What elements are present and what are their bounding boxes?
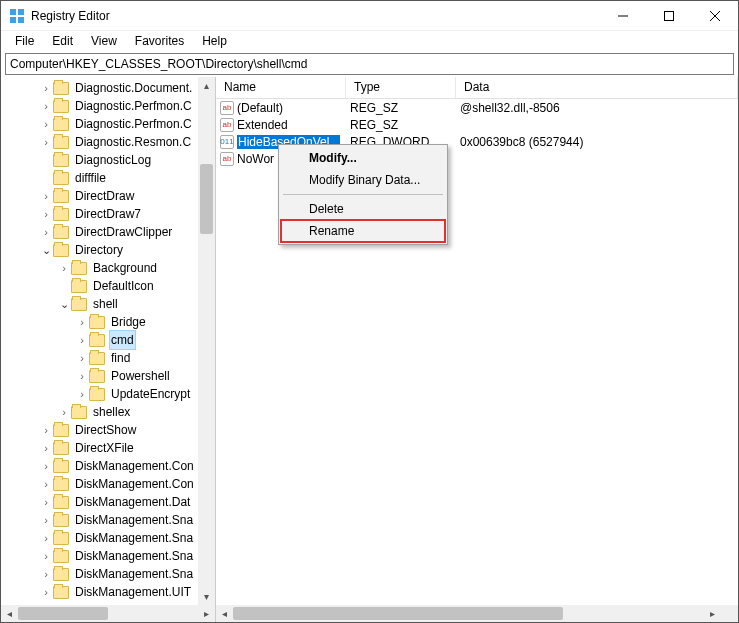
- tree-item[interactable]: ›DirectXFile: [1, 439, 215, 457]
- scroll-left-icon[interactable]: ◂: [216, 605, 233, 622]
- menu-file[interactable]: File: [7, 33, 42, 49]
- tree-item-label: DiskManagement.Con: [73, 457, 196, 475]
- tree-horizontal-scrollbar[interactable]: ◂ ▸: [1, 605, 215, 622]
- chevron-down-icon[interactable]: ⌄: [39, 241, 53, 259]
- scroll-right-icon[interactable]: ▸: [198, 605, 215, 622]
- tree-item[interactable]: DiagnosticLog: [1, 151, 215, 169]
- scroll-right-icon[interactable]: ▸: [704, 605, 721, 622]
- scroll-thumb[interactable]: [233, 607, 563, 620]
- tree-item[interactable]: ›DiskManagement.Sna: [1, 565, 215, 583]
- chevron-right-icon[interactable]: ›: [57, 259, 71, 277]
- folder-icon: [53, 424, 69, 437]
- tree-item[interactable]: ⌄Directory: [1, 241, 215, 259]
- folder-icon: [53, 550, 69, 563]
- tree-item[interactable]: ›DiskManagement.Con: [1, 457, 215, 475]
- tree-item-label: DiskManagement.Sna: [73, 511, 195, 529]
- scroll-up-icon[interactable]: ▴: [198, 77, 215, 94]
- tree-item[interactable]: ›DiskManagement.Dat: [1, 493, 215, 511]
- chevron-down-icon[interactable]: ⌄: [57, 295, 71, 313]
- chevron-right-icon[interactable]: ›: [39, 547, 53, 565]
- chevron-right-icon[interactable]: ›: [39, 493, 53, 511]
- column-type[interactable]: Type: [346, 77, 456, 98]
- address-bar[interactable]: Computer\HKEY_CLASSES_ROOT\Directory\she…: [5, 53, 734, 75]
- chevron-right-icon[interactable]: ›: [75, 349, 89, 367]
- minimize-button[interactable]: [600, 1, 646, 30]
- chevron-right-icon[interactable]: ›: [39, 421, 53, 439]
- maximize-button[interactable]: [646, 1, 692, 30]
- registry-tree[interactable]: ›Diagnostic.Document.›Diagnostic.Perfmon…: [1, 77, 215, 603]
- tree-item[interactable]: ›Bridge: [1, 313, 215, 331]
- scroll-thumb[interactable]: [18, 607, 108, 620]
- tree-item[interactable]: ›Diagnostic.Perfmon.C: [1, 115, 215, 133]
- tree-item-label: UpdateEncrypt: [109, 385, 192, 403]
- column-name[interactable]: Name: [216, 77, 346, 98]
- tree-item[interactable]: ›UpdateEncrypt: [1, 385, 215, 403]
- tree-item[interactable]: difffile: [1, 169, 215, 187]
- tree-vertical-scrollbar[interactable]: ▴ ▾: [198, 77, 215, 605]
- tree-item[interactable]: ›Powershell: [1, 367, 215, 385]
- tree-item[interactable]: ⌄shell: [1, 295, 215, 313]
- folder-icon: [89, 334, 105, 347]
- menu-edit[interactable]: Edit: [44, 33, 81, 49]
- chevron-right-icon[interactable]: ›: [39, 79, 53, 97]
- chevron-right-icon[interactable]: ›: [39, 187, 53, 205]
- scroll-thumb[interactable]: [200, 164, 213, 234]
- ctx-rename[interactable]: Rename: [281, 220, 445, 242]
- tree-item[interactable]: ›cmd: [1, 331, 215, 349]
- chevron-right-icon[interactable]: ›: [39, 205, 53, 223]
- app-icon: [9, 8, 25, 24]
- tree-item[interactable]: DefaultIcon: [1, 277, 215, 295]
- chevron-right-icon[interactable]: ›: [39, 97, 53, 115]
- chevron-right-icon[interactable]: ›: [39, 565, 53, 583]
- tree-item[interactable]: ›DiskManagement.Con: [1, 475, 215, 493]
- ctx-modify[interactable]: Modify...: [281, 147, 445, 169]
- folder-icon: [53, 496, 69, 509]
- tree-item[interactable]: ›DiskManagement.UIT: [1, 583, 215, 601]
- column-data[interactable]: Data: [456, 77, 738, 98]
- ctx-delete[interactable]: Delete: [281, 198, 445, 220]
- tree-item[interactable]: ›DiskManagement.Sna: [1, 529, 215, 547]
- tree-item[interactable]: ›shellex: [1, 403, 215, 421]
- chevron-right-icon[interactable]: ›: [39, 529, 53, 547]
- tree-item-label: DirectShow: [73, 421, 138, 439]
- chevron-right-icon[interactable]: ›: [75, 313, 89, 331]
- folder-icon: [71, 280, 87, 293]
- tree-item-label: shell: [91, 295, 120, 313]
- tree-item[interactable]: ›Diagnostic.Resmon.C: [1, 133, 215, 151]
- menu-favorites[interactable]: Favorites: [127, 33, 192, 49]
- chevron-right-icon[interactable]: ›: [39, 133, 53, 151]
- tree-item[interactable]: ›DiskManagement.Sna: [1, 547, 215, 565]
- list-row[interactable]: abExtendedREG_SZ: [216, 116, 738, 133]
- ctx-modify-binary[interactable]: Modify Binary Data...: [281, 169, 445, 191]
- svg-rect-5: [665, 11, 674, 20]
- tree-item[interactable]: ›Diagnostic.Perfmon.C: [1, 97, 215, 115]
- chevron-right-icon[interactable]: ›: [75, 331, 89, 349]
- chevron-right-icon[interactable]: ›: [39, 475, 53, 493]
- chevron-right-icon[interactable]: ›: [39, 583, 53, 601]
- tree-item[interactable]: ›DirectShow: [1, 421, 215, 439]
- tree-item[interactable]: ›DiskManagement.Sna: [1, 511, 215, 529]
- chevron-right-icon[interactable]: ›: [57, 403, 71, 421]
- tree-item[interactable]: ›DirectDraw7: [1, 205, 215, 223]
- chevron-right-icon[interactable]: ›: [39, 457, 53, 475]
- minimize-icon: [618, 11, 628, 21]
- tree-item[interactable]: ›DirectDraw: [1, 187, 215, 205]
- tree-item[interactable]: ›Background: [1, 259, 215, 277]
- scroll-left-icon[interactable]: ◂: [1, 605, 18, 622]
- tree-item[interactable]: ›Diagnostic.Document.: [1, 79, 215, 97]
- list-horizontal-scrollbar[interactable]: ◂ ▸: [216, 605, 738, 622]
- menu-help[interactable]: Help: [194, 33, 235, 49]
- chevron-right-icon[interactable]: ›: [39, 223, 53, 241]
- scroll-down-icon[interactable]: ▾: [198, 588, 215, 605]
- chevron-right-icon[interactable]: ›: [75, 367, 89, 385]
- chevron-right-icon[interactable]: ›: [39, 439, 53, 457]
- chevron-right-icon[interactable]: ›: [39, 115, 53, 133]
- close-button[interactable]: [692, 1, 738, 30]
- tree-item[interactable]: ›DirectDrawClipper: [1, 223, 215, 241]
- chevron-right-icon[interactable]: ›: [75, 385, 89, 403]
- tree-item[interactable]: ›find: [1, 349, 215, 367]
- menu-view[interactable]: View: [83, 33, 125, 49]
- list-row[interactable]: ab(Default)REG_SZ@shell32.dll,-8506: [216, 99, 738, 116]
- chevron-right-icon[interactable]: ›: [39, 511, 53, 529]
- tree-item-label: DiskManagement.UIT: [73, 583, 193, 601]
